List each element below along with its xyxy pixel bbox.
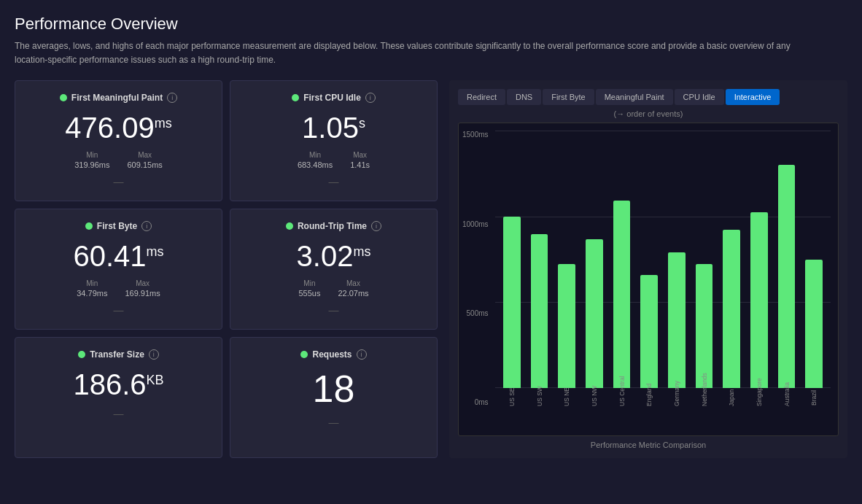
metric-max-first-meaningful-paint: Max 609.15ms	[128, 151, 163, 170]
metric-header-first-meaningful-paint: First Meaningful Paint i	[30, 93, 207, 103]
bar-group	[529, 131, 551, 388]
metric-minmax-first-byte: Min 34.79ms Max 169.91ms	[77, 279, 160, 298]
metric-label-first-byte: First Byte	[97, 221, 137, 231]
x-label: US NE	[563, 390, 570, 406]
bar[interactable]	[723, 230, 740, 389]
metric-value-first-cpu-idle: 1.05s	[302, 113, 365, 142]
tab-cpu-idle[interactable]: CPU Idle	[675, 89, 724, 105]
x-labels: US SEUS SWUS NEUS NWUS CentralEnglandGer…	[495, 388, 831, 406]
metric-dot-transfer-size	[78, 351, 85, 358]
bar-group	[748, 131, 770, 388]
metric-min-first-cpu-idle: Min 683.48ms	[298, 151, 333, 170]
metric-min-first-byte: Min 34.79ms	[77, 279, 107, 298]
x-label-group: England	[638, 388, 660, 406]
x-label: US NW	[591, 390, 598, 406]
metric-minmax-round-trip-time: Min 555us Max 22.07ms	[298, 279, 368, 298]
bar-group	[721, 131, 742, 388]
x-label-group: Brazil	[803, 388, 825, 406]
bar[interactable]	[558, 264, 575, 389]
x-label-group: US NE	[556, 388, 578, 406]
bar[interactable]	[696, 264, 713, 389]
bar-group	[694, 131, 715, 388]
chart-section: RedirectDNSFirst ByteMeaningful PaintCPU…	[449, 80, 847, 458]
metric-header-first-byte: First Byte i	[30, 221, 207, 231]
bar[interactable]	[778, 165, 796, 388]
metric-label-first-meaningful-paint: First Meaningful Paint	[71, 93, 163, 103]
bar[interactable]	[503, 217, 521, 388]
x-label-group: US SE	[501, 388, 523, 406]
metric-card-transfer-size: Transfer Size i 186.6KB —	[15, 337, 222, 458]
info-icon-first-byte[interactable]: i	[141, 221, 152, 231]
y-label: 1000ms	[462, 220, 489, 228]
bar[interactable]	[613, 201, 631, 388]
x-label-group: Australia	[776, 388, 798, 406]
chart-inner: 1500ms1000ms500ms0ms US SEUS SWUS NEUS N…	[495, 131, 831, 406]
page-title: Performance Overview	[15, 15, 847, 34]
bar-group	[611, 131, 633, 388]
metric-card-first-byte: First Byte i 60.41ms Min 34.79ms Max 169…	[15, 209, 222, 330]
x-label: Netherlands	[701, 390, 708, 406]
metric-label-first-cpu-idle: First CPU Idle	[303, 93, 361, 103]
tab-dns[interactable]: DNS	[507, 89, 541, 105]
metric-value-requests: 18	[313, 370, 355, 408]
metric-card-first-cpu-idle: First CPU Idle i 1.05s Min 683.48ms Max …	[230, 80, 438, 201]
metric-min-first-meaningful-paint: Min 319.96ms	[74, 151, 109, 170]
metric-dot-round-trip-time	[286, 222, 293, 230]
info-icon-first-cpu-idle[interactable]: i	[365, 93, 376, 103]
tab-interactive[interactable]: Interactive	[726, 89, 780, 105]
metric-dash-transfer-size: —	[114, 408, 124, 419]
y-label: 0ms	[462, 398, 489, 406]
page-description: The averages, lows, and highs of each ma…	[15, 39, 817, 67]
metric-card-requests: Requests i 18 —	[230, 337, 438, 458]
metric-label-round-trip-time: Round-Trip Time	[298, 221, 367, 231]
bar-group	[666, 131, 688, 388]
metric-dash-first-cpu-idle: —	[329, 176, 339, 187]
bar[interactable]	[805, 260, 823, 389]
y-label: 500ms	[462, 309, 489, 317]
metric-dash-first-meaningful-paint: —	[114, 176, 124, 187]
x-label: US Central	[618, 390, 626, 406]
tab-bar: RedirectDNSFirst ByteMeaningful PaintCPU…	[458, 89, 839, 105]
x-label: Singapore	[756, 390, 763, 406]
metric-header-round-trip-time: Round-Trip Time i	[245, 221, 422, 231]
y-label: 1500ms	[462, 131, 489, 139]
metric-dot-first-cpu-idle	[292, 94, 299, 101]
x-label: England	[645, 390, 653, 406]
bar[interactable]	[750, 212, 768, 388]
info-icon-first-meaningful-paint[interactable]: i	[167, 93, 177, 103]
metric-card-first-meaningful-paint: First Meaningful Paint i 476.09ms Min 31…	[15, 80, 222, 201]
order-label: (→ order of events)	[458, 109, 839, 118]
bar[interactable]	[586, 239, 603, 388]
metric-value-first-byte: 60.41ms	[73, 241, 163, 271]
info-icon-round-trip-time[interactable]: i	[371, 221, 381, 231]
bar[interactable]	[640, 275, 658, 388]
x-label: US SE	[508, 390, 516, 406]
info-icon-requests[interactable]: i	[357, 349, 367, 360]
metric-dash-round-trip-time: —	[329, 304, 339, 316]
bars-row	[495, 131, 831, 388]
x-label-group: US SW	[529, 388, 551, 406]
metric-value-transfer-size: 186.6KB	[73, 370, 163, 399]
x-label-group: Netherlands	[694, 388, 715, 406]
metric-minmax-first-cpu-idle: Min 683.48ms Max 1.41s	[298, 151, 370, 170]
x-label-group: US NW	[583, 388, 605, 406]
tab-first-byte[interactable]: First Byte	[543, 89, 594, 105]
metric-dash-requests: —	[329, 416, 339, 428]
metric-header-first-cpu-idle: First CPU Idle i	[245, 93, 422, 103]
bar[interactable]	[668, 252, 686, 388]
x-label-group: Japan	[721, 388, 742, 406]
metrics-grid: First Meaningful Paint i 476.09ms Min 31…	[15, 80, 438, 458]
tab-meaningful-paint[interactable]: Meaningful Paint	[596, 89, 673, 105]
x-label-group: Singapore	[748, 388, 770, 406]
y-axis: 1500ms1000ms500ms0ms	[462, 131, 489, 406]
metric-dot-requests	[300, 351, 308, 358]
info-icon-transfer-size[interactable]: i	[149, 349, 159, 360]
x-label: Brazil	[810, 390, 818, 406]
x-label: Germany	[673, 390, 680, 406]
bar[interactable]	[531, 234, 548, 389]
tab-redirect[interactable]: Redirect	[458, 89, 505, 105]
main-layout: First Meaningful Paint i 476.09ms Min 31…	[15, 80, 847, 458]
bar-group	[501, 131, 523, 388]
bar-group	[638, 131, 660, 388]
metric-min-round-trip-time: Min 555us	[298, 279, 320, 298]
